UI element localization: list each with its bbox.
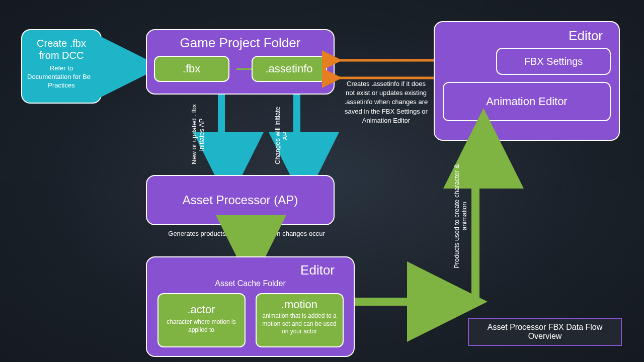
actor-chip: .actor character where motion is applied… [157, 293, 246, 347]
asset-cache-label: Asset Cache Folder [152, 279, 349, 288]
ap-title: Asset Processor (AP) [183, 193, 298, 207]
dcc-box: Create .fbx from DCC Refer to Documentat… [21, 29, 102, 104]
animation-editor-box: Animation Editor [443, 82, 611, 121]
editor-bottom-box: Editor Asset Cache Folder .actor charact… [146, 256, 355, 357]
asset-processor-box: Asset Processor (AP) [146, 175, 335, 225]
arrow-ap-to-editor [234, 238, 254, 258]
products-arrow-label: Products used to create character & anim… [453, 151, 468, 282]
footer-title-box: Asset Processor FBX Data Flow Overview [468, 318, 622, 346]
actor-desc: character where motion is applied to [163, 318, 240, 334]
motion-chip: .motion animation that is added to a mot… [256, 293, 344, 347]
dcc-sub: Refer to Documentation for Best Practice… [27, 64, 96, 90]
motion-title: .motion [261, 298, 339, 311]
assetinfo-desc: Creates .assetinfo if it does not exist … [342, 79, 430, 125]
fbx-chip: .fbx [154, 56, 229, 82]
arrow-dcc-to-gpf [103, 59, 143, 74]
assetinfo-label: .assetinfo [265, 62, 312, 75]
ap-desc: Generates products/reprocesses when chan… [161, 229, 332, 238]
gpf-title: Game Project Folder [152, 35, 329, 51]
game-project-folder-box: Game Project Folder .fbx .assetinfo [146, 29, 335, 95]
fbx-settings-box: FBX Settings [496, 48, 611, 75]
arrow-assetinfo-to-ap [287, 95, 307, 175]
animation-editor-label: Animation Editor [486, 95, 567, 108]
fbx-arrow-label: New or updated . fbx initiates AP [190, 98, 205, 171]
actor-title: .actor [163, 303, 240, 316]
editor-bottom-title: Editor [152, 262, 349, 278]
dcc-title: Create .fbx from DCC [27, 37, 96, 61]
arrow-fbx-to-ap [211, 95, 231, 175]
arrow-changes-1 [332, 55, 443, 65]
fbx-assetinfo-connector [236, 68, 252, 70]
assetinfo-arrow-label: Changes will initiate AP [274, 106, 289, 166]
fbx-label: .fbx [183, 62, 200, 75]
footer-title: Asset Processor FBX Data Flow Overview [488, 323, 603, 340]
fbx-settings-label: FBX Settings [524, 56, 583, 67]
assetinfo-chip: .assetinfo [252, 56, 327, 82]
editor-right-box: Editor FBX Settings Animation Editor [434, 21, 620, 141]
motion-desc: animation that is added to a motion set … [261, 312, 339, 336]
editor-right-title: Editor [441, 28, 613, 44]
